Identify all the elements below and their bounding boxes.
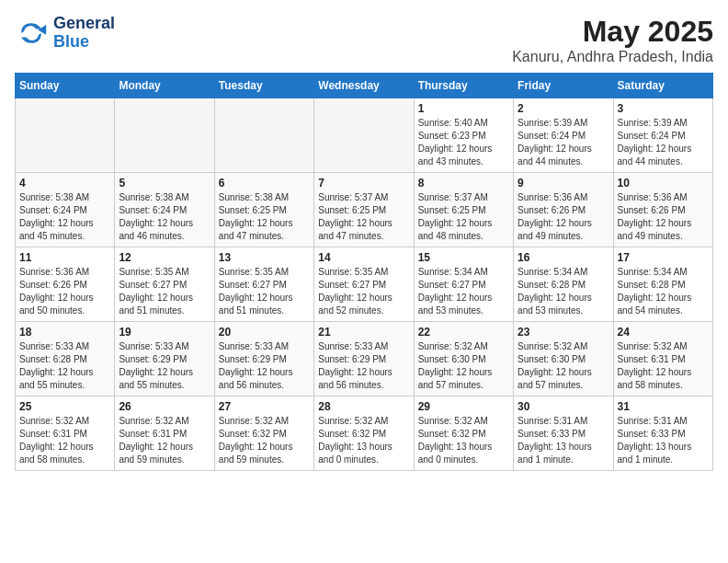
calendar-cell — [16, 98, 115, 173]
calendar-cell: 4Sunrise: 5:38 AM Sunset: 6:24 PM Daylig… — [16, 173, 115, 247]
day-number: 31 — [618, 400, 709, 413]
logo-text: General Blue — [53, 15, 115, 52]
day-number: 11 — [19, 251, 110, 264]
day-number: 4 — [19, 177, 110, 190]
day-number: 17 — [618, 251, 709, 264]
day-info: Sunrise: 5:32 AM Sunset: 6:32 PM Dayligh… — [318, 415, 409, 466]
day-info: Sunrise: 5:39 AM Sunset: 6:24 PM Dayligh… — [618, 117, 709, 168]
calendar-cell: 5Sunrise: 5:38 AM Sunset: 6:24 PM Daylig… — [115, 173, 214, 247]
day-info: Sunrise: 5:38 AM Sunset: 6:24 PM Dayligh… — [19, 191, 110, 243]
day-number: 19 — [119, 326, 210, 339]
calendar-cell — [314, 98, 414, 173]
day-number: 29 — [418, 400, 509, 413]
day-info: Sunrise: 5:32 AM Sunset: 6:32 PM Dayligh… — [219, 415, 310, 466]
calendar-cell: 12Sunrise: 5:35 AM Sunset: 6:27 PM Dayli… — [115, 247, 214, 322]
day-number: 21 — [318, 326, 409, 339]
calendar-table: SundayMondayTuesdayWednesdayThursdayFrid… — [15, 73, 713, 471]
weekday-saturday: Saturday — [613, 74, 712, 98]
calendar-cell: 27Sunrise: 5:32 AM Sunset: 6:32 PM Dayli… — [214, 396, 313, 471]
weekday-friday: Friday — [514, 74, 613, 98]
calendar-cell: 25Sunrise: 5:32 AM Sunset: 6:31 PM Dayli… — [16, 396, 115, 471]
day-number: 12 — [119, 251, 210, 264]
logo-icon — [15, 17, 48, 50]
day-info: Sunrise: 5:34 AM Sunset: 6:28 PM Dayligh… — [618, 266, 709, 317]
day-info: Sunrise: 5:37 AM Sunset: 6:25 PM Dayligh… — [318, 191, 409, 243]
day-info: Sunrise: 5:33 AM Sunset: 6:28 PM Dayligh… — [19, 340, 110, 392]
calendar-cell — [115, 98, 214, 173]
calendar-cell: 23Sunrise: 5:32 AM Sunset: 6:30 PM Dayli… — [514, 322, 613, 396]
calendar-cell: 31Sunrise: 5:31 AM Sunset: 6:33 PM Dayli… — [613, 396, 712, 471]
logo: General Blue — [15, 15, 115, 52]
page-header: General Blue May 2025 Kanuru, Andhra Pra… — [15, 15, 713, 65]
day-info: Sunrise: 5:35 AM Sunset: 6:27 PM Dayligh… — [219, 266, 310, 317]
weekday-sunday: Sunday — [16, 74, 115, 98]
day-number: 24 — [618, 326, 709, 339]
calendar-cell: 7Sunrise: 5:37 AM Sunset: 6:25 PM Daylig… — [314, 173, 414, 247]
day-number: 6 — [219, 177, 310, 190]
calendar-cell: 28Sunrise: 5:32 AM Sunset: 6:32 PM Dayli… — [314, 396, 414, 471]
day-number: 2 — [518, 102, 609, 115]
day-info: Sunrise: 5:32 AM Sunset: 6:32 PM Dayligh… — [418, 415, 509, 466]
day-number: 18 — [19, 326, 110, 339]
calendar-cell: 17Sunrise: 5:34 AM Sunset: 6:28 PM Dayli… — [613, 247, 712, 322]
calendar-week-5: 25Sunrise: 5:32 AM Sunset: 6:31 PM Dayli… — [16, 396, 713, 471]
day-number: 28 — [318, 400, 409, 413]
day-info: Sunrise: 5:32 AM Sunset: 6:31 PM Dayligh… — [19, 415, 110, 466]
calendar-cell: 29Sunrise: 5:32 AM Sunset: 6:32 PM Dayli… — [414, 396, 513, 471]
calendar-cell: 2Sunrise: 5:39 AM Sunset: 6:24 PM Daylig… — [514, 98, 613, 173]
day-info: Sunrise: 5:32 AM Sunset: 6:31 PM Dayligh… — [618, 340, 709, 392]
day-info: Sunrise: 5:33 AM Sunset: 6:29 PM Dayligh… — [219, 340, 310, 392]
day-number: 8 — [418, 177, 509, 190]
calendar-cell: 24Sunrise: 5:32 AM Sunset: 6:31 PM Dayli… — [613, 322, 712, 396]
calendar-cell: 8Sunrise: 5:37 AM Sunset: 6:25 PM Daylig… — [414, 173, 513, 247]
day-info: Sunrise: 5:32 AM Sunset: 6:31 PM Dayligh… — [119, 415, 210, 466]
day-info: Sunrise: 5:36 AM Sunset: 6:26 PM Dayligh… — [19, 266, 110, 317]
day-info: Sunrise: 5:35 AM Sunset: 6:27 PM Dayligh… — [119, 266, 210, 317]
day-info: Sunrise: 5:32 AM Sunset: 6:30 PM Dayligh… — [518, 340, 609, 392]
calendar-cell: 13Sunrise: 5:35 AM Sunset: 6:27 PM Dayli… — [214, 247, 313, 322]
day-number: 16 — [518, 251, 609, 264]
calendar-week-3: 11Sunrise: 5:36 AM Sunset: 6:26 PM Dayli… — [16, 247, 713, 322]
calendar-cell: 10Sunrise: 5:36 AM Sunset: 6:26 PM Dayli… — [613, 173, 712, 247]
day-info: Sunrise: 5:36 AM Sunset: 6:26 PM Dayligh… — [618, 191, 709, 243]
calendar-cell: 14Sunrise: 5:35 AM Sunset: 6:27 PM Dayli… — [314, 247, 414, 322]
day-number: 22 — [418, 326, 509, 339]
weekday-monday: Monday — [115, 74, 214, 98]
calendar-cell: 15Sunrise: 5:34 AM Sunset: 6:27 PM Dayli… — [414, 247, 513, 322]
day-number: 5 — [119, 177, 210, 190]
calendar-cell: 11Sunrise: 5:36 AM Sunset: 6:26 PM Dayli… — [16, 247, 115, 322]
calendar-cell: 21Sunrise: 5:33 AM Sunset: 6:29 PM Dayli… — [314, 322, 414, 396]
calendar-week-2: 4Sunrise: 5:38 AM Sunset: 6:24 PM Daylig… — [16, 173, 713, 247]
day-number: 30 — [518, 400, 609, 413]
day-info: Sunrise: 5:39 AM Sunset: 6:24 PM Dayligh… — [518, 117, 609, 168]
day-info: Sunrise: 5:33 AM Sunset: 6:29 PM Dayligh… — [119, 340, 210, 392]
calendar-cell: 3Sunrise: 5:39 AM Sunset: 6:24 PM Daylig… — [613, 98, 712, 173]
calendar-week-1: 1Sunrise: 5:40 AM Sunset: 6:23 PM Daylig… — [16, 98, 713, 173]
day-number: 25 — [19, 400, 110, 413]
day-info: Sunrise: 5:31 AM Sunset: 6:33 PM Dayligh… — [518, 415, 609, 466]
calendar-cell: 30Sunrise: 5:31 AM Sunset: 6:33 PM Dayli… — [514, 396, 613, 471]
day-info: Sunrise: 5:40 AM Sunset: 6:23 PM Dayligh… — [418, 117, 509, 168]
day-number: 20 — [219, 326, 310, 339]
day-info: Sunrise: 5:35 AM Sunset: 6:27 PM Dayligh… — [318, 266, 409, 317]
weekday-header-row: SundayMondayTuesdayWednesdayThursdayFrid… — [16, 74, 713, 98]
day-number: 9 — [518, 177, 609, 190]
calendar-cell: 1Sunrise: 5:40 AM Sunset: 6:23 PM Daylig… — [414, 98, 513, 173]
day-info: Sunrise: 5:37 AM Sunset: 6:25 PM Dayligh… — [418, 191, 509, 243]
day-number: 1 — [418, 102, 509, 115]
day-info: Sunrise: 5:38 AM Sunset: 6:25 PM Dayligh… — [219, 191, 310, 243]
day-number: 13 — [219, 251, 310, 264]
day-number: 15 — [418, 251, 509, 264]
day-number: 26 — [119, 400, 210, 413]
calendar-cell: 20Sunrise: 5:33 AM Sunset: 6:29 PM Dayli… — [214, 322, 313, 396]
day-info: Sunrise: 5:36 AM Sunset: 6:26 PM Dayligh… — [518, 191, 609, 243]
calendar-cell: 9Sunrise: 5:36 AM Sunset: 6:26 PM Daylig… — [514, 173, 613, 247]
day-info: Sunrise: 5:33 AM Sunset: 6:29 PM Dayligh… — [318, 340, 409, 392]
weekday-thursday: Thursday — [414, 74, 513, 98]
day-info: Sunrise: 5:34 AM Sunset: 6:28 PM Dayligh… — [518, 266, 609, 317]
location-title: Kanuru, Andhra Pradesh, India — [512, 49, 713, 65]
day-number: 27 — [219, 400, 310, 413]
calendar-cell: 19Sunrise: 5:33 AM Sunset: 6:29 PM Dayli… — [115, 322, 214, 396]
calendar-cell: 22Sunrise: 5:32 AM Sunset: 6:30 PM Dayli… — [414, 322, 513, 396]
day-number: 10 — [618, 177, 709, 190]
